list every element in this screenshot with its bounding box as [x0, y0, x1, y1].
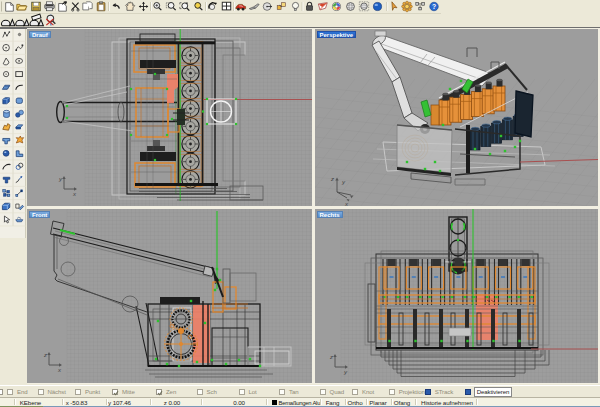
svg-text:x: x: [57, 367, 62, 373]
svg-text:z: z: [330, 176, 334, 182]
svg-text:y: y: [343, 369, 348, 375]
svg-text:x: x: [344, 201, 349, 207]
svg-text:z: z: [329, 354, 333, 360]
svg-text:y: y: [58, 176, 63, 182]
svg-text:x: x: [72, 191, 77, 197]
svg-text:z: z: [43, 352, 47, 358]
svg-text:?: ?: [432, 3, 436, 10]
